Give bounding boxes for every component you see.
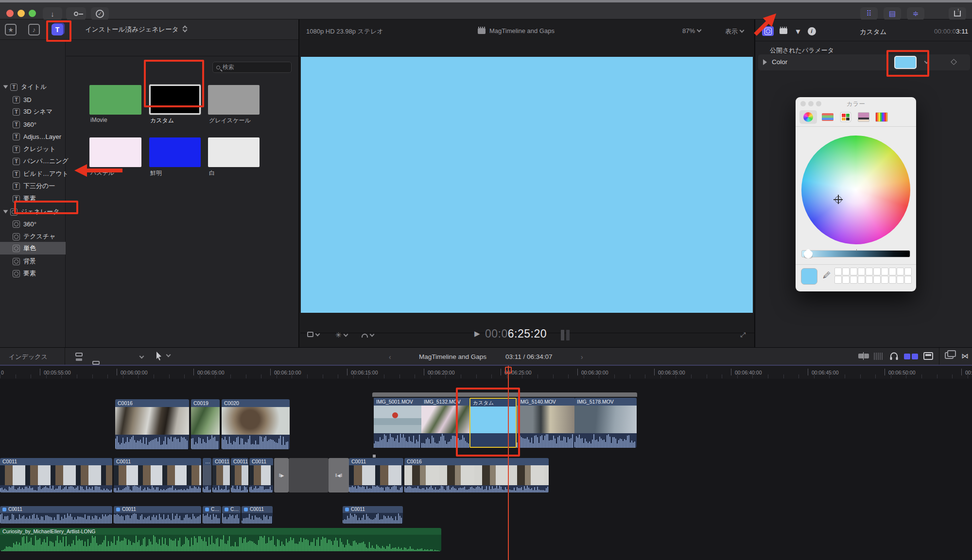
viewer-timecode[interactable]: 00:06:25:20 bbox=[485, 327, 547, 340]
generator-swatch-imovie[interactable] bbox=[89, 85, 141, 115]
fcp-window: ↓ ✓ ⠿ ▤ ≑ ↑ ★ ♪ T インストール済みジェネレータ Tタイトル T bbox=[0, 0, 972, 560]
audio-clip-c-4[interactable]: C… bbox=[222, 506, 241, 524]
share-button[interactable]: ↑ bbox=[949, 7, 966, 20]
color-sliders-tab[interactable] bbox=[822, 113, 833, 121]
audio-meter-right[interactable] bbox=[566, 330, 570, 340]
brightness-slider-thumb[interactable] bbox=[804, 249, 813, 258]
timeline-clip-c0011-3[interactable]: C0011 bbox=[212, 458, 230, 492]
search-input[interactable]: 検索 bbox=[212, 62, 292, 73]
viewer-canvas[interactable] bbox=[301, 57, 753, 313]
music-clip[interactable]: Curiosity_by_MichaelEllery_Artlist-LONG bbox=[0, 528, 441, 551]
edit-tools-chevron-icon[interactable] bbox=[139, 354, 144, 359]
timeline-gap[interactable] bbox=[289, 458, 329, 492]
next-project-arrow[interactable]: › bbox=[581, 353, 583, 361]
info-inspector-tab[interactable]: i bbox=[806, 26, 817, 36]
solo-button[interactable] bbox=[889, 352, 899, 363]
sidebar-item-elements-gen[interactable]: 要素 bbox=[13, 268, 78, 279]
retime-menu[interactable] bbox=[362, 331, 374, 339]
generator-swatch-vivid[interactable] bbox=[149, 137, 201, 167]
import-media-button[interactable]: ↓ bbox=[43, 7, 62, 20]
enhancements-menu[interactable]: ✳ bbox=[335, 331, 347, 339]
timeline-history-back-icon[interactable] bbox=[945, 352, 954, 359]
index-button[interactable]: インデックス bbox=[9, 353, 48, 361]
color-wheel-crosshair[interactable] bbox=[835, 196, 842, 203]
inspector-toggle-button[interactable]: ≑ bbox=[907, 7, 924, 20]
color-palettes-tab[interactable] bbox=[840, 112, 851, 122]
sidebar-item-solids[interactable]: 単色 bbox=[13, 242, 78, 254]
timeline-gap-through-edit-2[interactable]: ‖◀‖ bbox=[329, 458, 349, 492]
bowtie-icon[interactable]: ⋈ bbox=[961, 352, 969, 360]
timeline-clip-c0011-6[interactable]: C0011 bbox=[349, 458, 403, 492]
eyedropper-icon[interactable]: 🖉 bbox=[823, 271, 833, 281]
viewer-view-menu[interactable]: 表示 bbox=[725, 27, 744, 36]
play-button[interactable]: ▶ bbox=[474, 329, 480, 338]
generator-swatch-white[interactable] bbox=[208, 137, 260, 167]
current-color-swatch[interactable] bbox=[801, 268, 817, 285]
fullscreen-icon[interactable]: ⤢ bbox=[740, 331, 746, 339]
timeline-clip-c0011-4[interactable]: C0011 bbox=[231, 458, 248, 492]
zoom-window-button[interactable] bbox=[29, 10, 36, 17]
timeline-clip-c0016-top[interactable]: C0016 bbox=[115, 399, 189, 449]
sidebar-section-titles[interactable]: Tタイトル bbox=[0, 81, 66, 93]
sidebar-item-3d-cinema[interactable]: T3D シネマ bbox=[13, 106, 78, 118]
brightness-slider[interactable] bbox=[801, 250, 910, 257]
viewer-zoom-menu[interactable]: 87% bbox=[682, 27, 701, 34]
tool-palette-menu[interactable] bbox=[156, 352, 170, 362]
timeline-clip-ellipsis[interactable]: … bbox=[203, 458, 211, 492]
sidebar-item-gen-360[interactable]: 360° bbox=[13, 218, 78, 230]
color-wheel-tab[interactable] bbox=[803, 112, 813, 122]
previous-project-arrow[interactable]: ‹ bbox=[389, 353, 391, 361]
timeline-clip-c0019[interactable]: C0019 bbox=[191, 399, 220, 449]
timeline-ruler[interactable]: 0 00:05:55:00 00:06:00:00 00:06:05:00 00… bbox=[0, 365, 972, 379]
video-inspector-tab[interactable] bbox=[778, 26, 789, 36]
audio-clip-c0011-5[interactable]: C0011 bbox=[242, 506, 273, 524]
timeline-clip-c0011-5[interactable]: C0011 bbox=[249, 458, 273, 492]
color-wheel[interactable] bbox=[801, 136, 910, 244]
minimize-window-button[interactable] bbox=[17, 10, 25, 17]
sidebar-item-backgrounds[interactable]: 背景 bbox=[13, 255, 78, 267]
timeline-clip-img5140[interactable]: IMG_5140.MOV bbox=[517, 398, 574, 448]
sidebar-item-adjustment-layer[interactable]: TAdjus…Layer bbox=[13, 131, 78, 142]
generator-swatch-pastel[interactable] bbox=[89, 137, 141, 167]
audio-skimming-icon[interactable] bbox=[874, 353, 884, 360]
generator-swatch-grayscale[interactable] bbox=[208, 85, 260, 115]
crop-tool-menu[interactable] bbox=[307, 330, 319, 339]
effects-inspector-tab[interactable]: ▼ bbox=[792, 26, 804, 36]
timeline-gap-through-edit-1[interactable]: ‖▶ bbox=[274, 458, 289, 492]
sidebar-item-credits[interactable]: Tクレジット bbox=[13, 143, 78, 155]
snapping-button[interactable] bbox=[904, 354, 919, 359]
pencils-tab[interactable] bbox=[875, 112, 888, 122]
browser-toggle-button[interactable]: ⠿ bbox=[860, 7, 878, 20]
sidebar-item-360[interactable]: T360° bbox=[13, 119, 78, 130]
generator-category-label: インストール済みジェネレータ bbox=[85, 26, 178, 33]
sidebar-item-textures[interactable]: テクスチャ bbox=[13, 231, 78, 242]
connect-clip-button[interactable] bbox=[75, 353, 84, 361]
timeline-index-toggle-button[interactable]: ▤ bbox=[884, 7, 901, 20]
timeline-clip-c0020[interactable]: C0020 bbox=[222, 399, 290, 449]
timeline-clip-c0011-2[interactable]: C0011 bbox=[114, 458, 201, 492]
audio-clip-c-3[interactable]: C… bbox=[203, 506, 221, 524]
audio-clip-c0011-2[interactable]: C0011 bbox=[114, 506, 201, 524]
library-media-tab[interactable]: ★ bbox=[5, 24, 17, 35]
audio-meter-left[interactable] bbox=[561, 330, 564, 340]
sidebar-item-lower-thirds[interactable]: T下三分の一 bbox=[13, 180, 78, 192]
audio-clip-c0011-6[interactable]: C0011 bbox=[343, 506, 403, 524]
trim-icon[interactable] bbox=[858, 354, 869, 358]
generator-category-dropdown[interactable]: インストール済みジェネレータ bbox=[85, 25, 188, 34]
sidebar-item-3d[interactable]: T3D bbox=[13, 94, 78, 105]
color-swatch-grid[interactable] bbox=[834, 268, 912, 284]
photos-audio-tab[interactable]: ♪ bbox=[28, 24, 40, 35]
audio-clip-c0011-1[interactable]: C0011 bbox=[0, 506, 112, 524]
timeline-clip-c0016-primary[interactable]: C0016 bbox=[404, 458, 549, 492]
timeline-clip-img5001[interactable]: IMG_5001.MOV bbox=[374, 398, 421, 448]
clip-appearance-button[interactable] bbox=[923, 352, 933, 360]
timeline-clip-img5178[interactable]: IMG_5178.MOV bbox=[574, 398, 637, 448]
image-palettes-tab[interactable] bbox=[858, 112, 869, 122]
keyword-editor-button[interactable] bbox=[66, 7, 86, 20]
background-tasks-button[interactable]: ✓ bbox=[91, 7, 109, 20]
disclosure-triangle-icon[interactable] bbox=[763, 59, 767, 65]
playhead-marker[interactable] bbox=[505, 367, 512, 373]
keyframe-diamond-icon[interactable] bbox=[951, 59, 957, 65]
timeline-clip-c0011-1[interactable]: C0011 bbox=[0, 458, 112, 492]
close-window-button[interactable] bbox=[6, 10, 14, 17]
